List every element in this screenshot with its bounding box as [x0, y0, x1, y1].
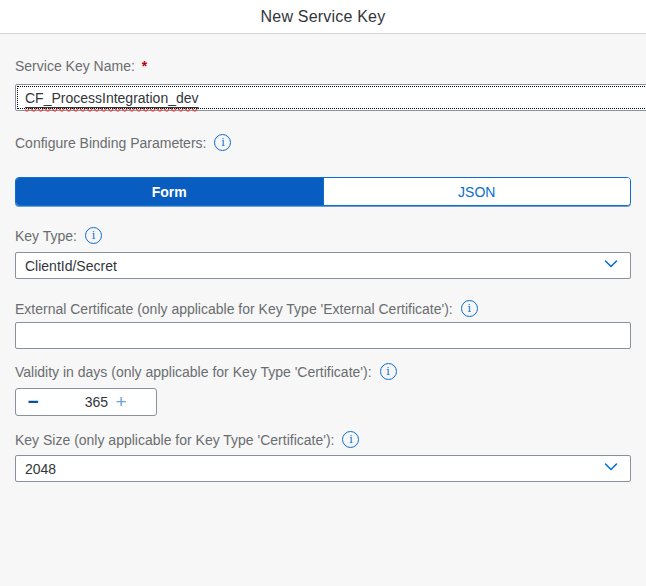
info-icon[interactable]: i — [461, 300, 478, 317]
dialog-header: New Service Key — [0, 0, 646, 34]
tab-form[interactable]: Form — [16, 178, 323, 205]
decrement-button[interactable]: − — [16, 389, 50, 415]
validity-days-label: Validity in days (only applicable for Ke… — [15, 364, 372, 380]
validity-days-label-row: Validity in days (only applicable for Ke… — [15, 363, 631, 380]
key-size-label-row: Key Size (only applicable for Key Type '… — [15, 431, 631, 448]
chevron-down-icon — [603, 459, 619, 478]
info-icon[interactable]: i — [214, 134, 231, 151]
external-certificate-input[interactable] — [15, 322, 631, 349]
chevron-down-icon — [603, 256, 619, 275]
dialog-title: New Service Key — [261, 8, 386, 26]
external-certificate-label: External Certificate (only applicable fo… — [15, 301, 453, 317]
validity-days-stepper: − 365 + — [15, 388, 157, 416]
service-key-name-label-row: Service Key Name:* — [15, 58, 631, 74]
key-size-value: 2048 — [25, 461, 56, 477]
tab-json[interactable]: JSON — [323, 178, 631, 205]
info-icon[interactable]: i — [342, 431, 359, 448]
validity-days-value[interactable]: 365 — [50, 394, 108, 410]
key-type-label-row: Key Type: i — [15, 227, 631, 244]
new-service-key-dialog: New Service Key Service Key Name:* CF_Pr… — [0, 0, 646, 586]
dialog-content: Service Key Name:* CF_ProcessIntegration… — [0, 34, 646, 586]
key-size-label: Key Size (only applicable for Key Type '… — [15, 432, 334, 448]
key-type-label: Key Type: — [15, 228, 77, 244]
service-key-name-label: Service Key Name: — [15, 58, 135, 74]
external-certificate-label-row: External Certificate (only applicable fo… — [15, 300, 631, 317]
validity-days-group: − 365 + — [15, 388, 157, 416]
key-type-value: ClientId/Secret — [25, 258, 117, 274]
key-size-select[interactable]: 2048 — [15, 455, 631, 482]
required-marker: * — [142, 58, 147, 74]
service-key-name-value: CF_ProcessIntegration_dev — [25, 90, 199, 106]
key-type-select[interactable]: ClientId/Secret — [15, 252, 631, 279]
increment-button[interactable]: + — [108, 389, 134, 415]
info-icon[interactable]: i — [380, 363, 397, 380]
configure-binding-label: Configure Binding Parameters: — [15, 135, 206, 151]
configure-binding-label-row: Configure Binding Parameters: i — [15, 134, 631, 151]
service-key-name-input[interactable]: CF_ProcessIntegration_dev — [15, 84, 646, 111]
form-json-segmented-control: Form JSON — [15, 177, 631, 206]
info-icon[interactable]: i — [85, 227, 102, 244]
